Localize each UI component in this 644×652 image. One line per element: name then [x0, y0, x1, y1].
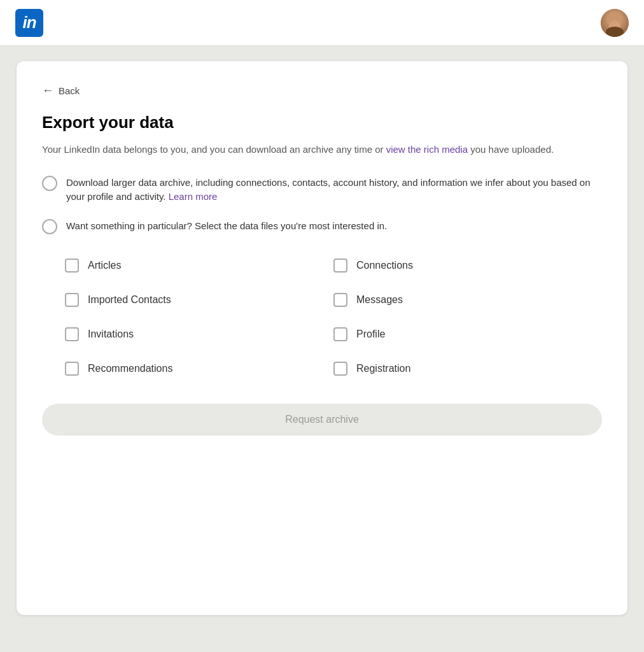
header: in: [0, 0, 644, 46]
checkbox-messages[interactable]: [333, 293, 347, 307]
description: Your LinkedIn data belongs to you, and y…: [42, 143, 602, 157]
checkbox-articles[interactable]: [65, 259, 79, 273]
radio-option-large: Download larger data archive, including …: [42, 175, 602, 204]
radio-specific-input[interactable]: [42, 219, 57, 234]
checkbox-item-registration: Registration: [333, 351, 602, 386]
radio-large-input[interactable]: [42, 176, 57, 191]
back-label: Back: [59, 85, 80, 96]
description-after: you have uploaded.: [470, 144, 554, 155]
back-arrow-icon: ←: [42, 84, 53, 97]
checkbox-invitations-label: Invitations: [88, 329, 134, 340]
checkbox-item-profile: Profile: [333, 317, 602, 351]
description-text: Your LinkedIn data belongs to you, and y…: [42, 144, 383, 155]
checkbox-recommendations[interactable]: [65, 362, 79, 376]
checkbox-imported-contacts[interactable]: [65, 293, 79, 307]
checkbox-item-messages: Messages: [333, 283, 602, 317]
request-archive-button[interactable]: Request archive: [42, 404, 602, 436]
checkbox-profile-label: Profile: [356, 329, 385, 340]
radio-option-specific: Want something in particular? Select the…: [42, 218, 602, 234]
checkbox-profile[interactable]: [333, 327, 347, 341]
checkbox-item-invitations: Invitations: [65, 317, 333, 351]
checkbox-grid: Articles Connections Imported Contacts M…: [65, 248, 602, 386]
linkedin-logo: in: [15, 9, 43, 37]
checkbox-item-imported-contacts: Imported Contacts: [65, 283, 333, 317]
checkbox-imported-contacts-label: Imported Contacts: [88, 294, 171, 306]
checkbox-item-recommendations: Recommendations: [65, 351, 333, 386]
main-content: ← Back Export your data Your LinkedIn da…: [0, 46, 644, 630]
checkbox-connections[interactable]: [333, 259, 347, 273]
checkbox-item-articles: Articles: [65, 248, 333, 283]
card: ← Back Export your data Your LinkedIn da…: [17, 61, 627, 615]
checkbox-item-connections: Connections: [333, 248, 602, 283]
learn-more-link[interactable]: Learn more: [169, 191, 218, 202]
checkbox-registration-label: Registration: [356, 363, 410, 374]
page-title: Export your data: [42, 113, 602, 132]
checkbox-connections-label: Connections: [356, 260, 413, 271]
checkbox-articles-label: Articles: [88, 260, 121, 271]
back-link[interactable]: ← Back: [42, 84, 602, 97]
checkbox-recommendations-label: Recommendations: [88, 363, 172, 374]
view-rich-media-link[interactable]: view the rich media: [386, 144, 468, 155]
radio-specific-label: Want something in particular? Select the…: [66, 218, 387, 234]
checkbox-invitations[interactable]: [65, 327, 79, 341]
avatar[interactable]: [601, 9, 629, 37]
checkbox-registration[interactable]: [333, 362, 347, 376]
radio-large-label: Download larger data archive, including …: [66, 175, 602, 204]
checkbox-messages-label: Messages: [356, 294, 403, 306]
